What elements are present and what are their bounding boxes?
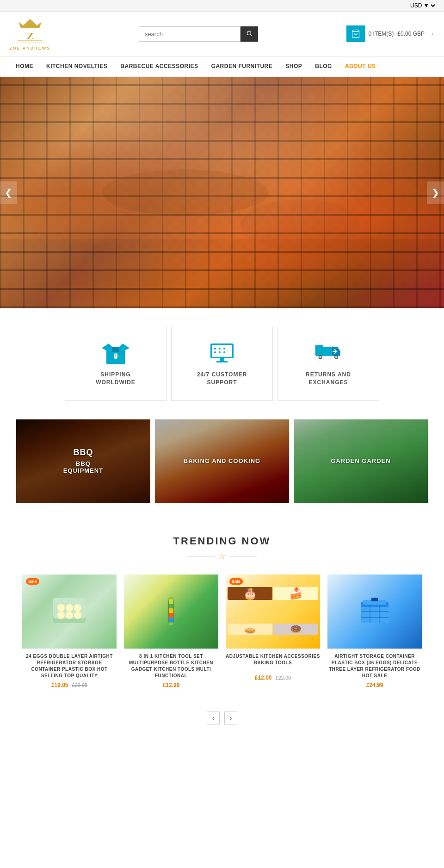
- svg-point-20: [214, 351, 216, 353]
- product-price-1: £19.85: [51, 682, 68, 688]
- svg-point-8: [102, 169, 268, 216]
- category-bbq-label1: BBQ: [74, 448, 93, 457]
- feature-shipping: SHIPPINGWORLDWIDE: [65, 327, 166, 401]
- svg-rect-44: [169, 604, 173, 608]
- product-name-1: 24 EGGS DOUBLE LAYER AIRTIGHT REFRIGERAT…: [22, 653, 117, 679]
- truck-icon: [314, 341, 342, 364]
- product-card-1[interactable]: Sale 24 EGGS DOUBLE LAYER AIRTIGHT REFRI…: [22, 575, 117, 688]
- trending-section: TRENDING NOW ☆: [0, 517, 444, 698]
- product-image-4: [327, 575, 422, 649]
- svg-point-39: [66, 612, 73, 619]
- svg-text:Z: Z: [27, 30, 34, 42]
- category-garden-label: GARDEN GARDEN: [331, 457, 390, 464]
- svg-rect-47: [169, 618, 173, 622]
- category-bbq[interactable]: BBQ BBQEQUIPMENT: [16, 419, 150, 503]
- category-baking[interactable]: BAKING AND COOKING: [155, 419, 289, 503]
- product-badge-3: Sale: [229, 578, 243, 585]
- product-name-3: ADJUSTABLE KITCHEN ACCESSORIES BAKING TO…: [226, 653, 320, 672]
- nav-item-about[interactable]: ABOUT US: [339, 56, 382, 76]
- svg-line-5: [251, 34, 252, 36]
- svg-point-21: [219, 351, 221, 353]
- cart-icon-box[interactable]: [346, 25, 365, 42]
- products-grid: Sale 24 EGGS DOUBLE LAYER AIRTIGHT REFRI…: [9, 575, 435, 688]
- categories-section: BBQ BBQEQUIPMENT BAKING AND COOKING GARD…: [0, 419, 444, 517]
- divider-line-left: [187, 556, 215, 556]
- feature-returns: RETURNS ANDEXCHANGES: [278, 327, 379, 401]
- product-prices-3: £12.00 £22.00: [226, 674, 320, 681]
- svg-rect-46: [169, 613, 173, 618]
- search-area: [139, 26, 258, 42]
- nav-item-garden[interactable]: GARDEN FURNITURE: [205, 56, 279, 76]
- nav-item-kitchen[interactable]: KITCHEN NOVELTIES: [40, 56, 114, 76]
- search-button[interactable]: [240, 26, 258, 42]
- category-bbq-label2: BBQEQUIPMENT: [63, 460, 103, 474]
- nav-item-bbq[interactable]: BARBECUE ACCESSORIES: [114, 56, 204, 76]
- monitor-icon: [208, 341, 236, 364]
- product-price-3: £12.00: [255, 674, 272, 681]
- pagination-next[interactable]: ›: [224, 712, 237, 724]
- cart-count-text: 0 ITEM(S): [369, 31, 394, 37]
- svg-rect-49: [361, 605, 388, 623]
- trending-title: TRENDING NOW: [9, 535, 435, 547]
- nav-item-blog[interactable]: BLOG: [308, 56, 339, 76]
- svg-point-40: [74, 612, 81, 619]
- svg-rect-45: [169, 608, 173, 613]
- cart-amount-text: £0.00 GBP: [397, 31, 425, 37]
- svg-marker-0: [18, 19, 42, 28]
- hero-next-button[interactable]: ❯: [427, 181, 444, 204]
- pagination: ‹ ›: [0, 698, 444, 738]
- feature-support-title: 24/7 CUSTOMERSUPPORT: [197, 371, 247, 387]
- logo[interactable]: Z ZOE ANDREWS: [9, 17, 50, 50]
- svg-point-22: [223, 351, 225, 353]
- svg-rect-27: [315, 345, 323, 349]
- svg-point-29: [319, 356, 321, 358]
- pagination-prev[interactable]: ‹: [207, 712, 220, 724]
- svg-point-19: [223, 348, 225, 350]
- category-baking-label: BAKING AND COOKING: [184, 457, 260, 464]
- nav-item-home[interactable]: HOME: [9, 56, 40, 76]
- svg-point-17: [214, 348, 216, 350]
- nav-item-shop[interactable]: SHOP: [279, 56, 308, 76]
- top-bar: USD ▼ GBP EUR: [0, 0, 444, 12]
- product-old-price-3: £22.00: [276, 675, 291, 681]
- product-card-2[interactable]: 8 IN 1 KITCHEN TOOL SET MULTIPURPOSE BOT…: [124, 575, 218, 688]
- shirt-icon: [102, 341, 130, 364]
- currency-select[interactable]: USD ▼ GBP EUR: [408, 2, 437, 9]
- search-input[interactable]: [139, 26, 240, 42]
- product-badge-1: Sale: [26, 578, 39, 585]
- feature-returns-title: RETURNS ANDEXCHANGES: [306, 371, 351, 387]
- svg-point-18: [219, 348, 221, 350]
- svg-point-4: [247, 31, 251, 35]
- svg-rect-56: [371, 598, 378, 601]
- category-garden[interactable]: GARDEN GARDEN: [294, 419, 428, 503]
- cart-arrow-icon: →: [428, 30, 435, 37]
- product-prices-1: £19.85 £29.95: [22, 682, 117, 688]
- product-card-4[interactable]: AIRTIGHT STORAGE CONTAINER PLASTIC BOX (…: [327, 575, 422, 688]
- svg-point-37: [74, 604, 81, 612]
- product-card-3[interactable]: 🎂 🍰 🥧 🍩 Sale ADJUSTABLE KITCHEN ACCESSOR…: [226, 575, 320, 688]
- product-old-price-1: £29.95: [72, 682, 88, 688]
- product-price-4: £24.99: [366, 682, 383, 688]
- svg-point-31: [335, 356, 338, 358]
- main-nav: HOME KITCHEN NOVELTIES BARBECUE ACCESSOR…: [0, 56, 444, 77]
- svg-rect-16: [212, 345, 232, 357]
- svg-point-35: [57, 604, 65, 612]
- product-image-1: Sale: [22, 575, 117, 649]
- header: Z ZOE ANDREWS 0 ITEM(S) £0.00 GBP →: [0, 12, 444, 56]
- cart-area[interactable]: 0 ITEM(S) £0.00 GBP →: [346, 25, 435, 42]
- divider-star-icon: ☆: [219, 552, 225, 561]
- product-image-2: [124, 575, 218, 649]
- svg-point-38: [57, 612, 65, 619]
- svg-point-48: [169, 622, 174, 625]
- svg-rect-23: [220, 358, 224, 361]
- feature-shipping-title: SHIPPINGWORLDWIDE: [96, 371, 136, 387]
- product-name-4: AIRTIGHT STORAGE CONTAINER PLASTIC BOX (…: [327, 653, 422, 679]
- svg-rect-12: [112, 347, 119, 352]
- product-name-2: 8 IN 1 KITCHEN TOOL SET MULTIPURPOSE BOT…: [124, 653, 218, 679]
- svg-rect-43: [169, 599, 173, 604]
- feature-support: 24/7 CUSTOMERSUPPORT: [171, 327, 273, 401]
- hero-prev-button[interactable]: ❮: [0, 181, 17, 204]
- hero-slider: ❮ ❯: [0, 77, 444, 308]
- section-divider: ☆: [9, 552, 435, 561]
- product-image-3: 🎂 🍰 🥧 🍩 Sale: [226, 575, 320, 649]
